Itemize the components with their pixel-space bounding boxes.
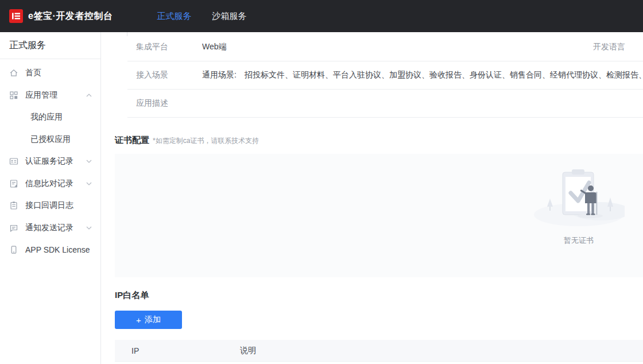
main-content: 集成平台 Web端 开发语言 接入场景 通用场景: 招投标文件、证明材料、平台入… <box>102 32 643 364</box>
empty-certificate-illustration <box>533 164 625 232</box>
sidebar-item-label: 已授权应用 <box>30 134 71 145</box>
detail-label-dev-language: 开发语言 <box>593 42 625 52</box>
chevron-down-icon[interactable] <box>86 160 92 163</box>
top-nav-tabs: 正式服务 沙箱服务 <box>146 0 257 32</box>
sidebar-item-auth-service-records[interactable]: 认证服务记录 <box>0 150 100 173</box>
detail-label: 接入场景 <box>127 70 202 80</box>
app-detail-table: 集成平台 Web端 开发语言 接入场景 通用场景: 招投标文件、证明材料、平台入… <box>127 33 643 118</box>
tab-sandbox-service[interactable]: 沙箱服务 <box>202 0 257 32</box>
cert-empty-text: 暂无证书 <box>533 235 625 246</box>
home-icon <box>9 68 18 78</box>
sidebar-item-label: 接口回调日志 <box>25 200 73 211</box>
clipboard-icon <box>9 201 18 210</box>
sidebar-item-label: 我的应用 <box>30 112 63 122</box>
ip-table-header: IP 说明 <box>115 340 643 362</box>
sidebar-item-authorized-apps[interactable]: 已授权应用 <box>0 129 100 151</box>
plus-icon: + <box>136 315 141 325</box>
sidebar: 正式服务 首页 应用管理 我的应用 <box>0 32 101 364</box>
detail-value: Web端 <box>202 42 227 52</box>
cert-section-title: 证书配置 <box>115 135 149 145</box>
tab-production-service[interactable]: 正式服务 <box>146 0 202 32</box>
brand-title: e签宝·开发者控制台 <box>28 10 113 22</box>
sidebar-item-label: 认证服务记录 <box>25 156 73 166</box>
sidebar-item-app-management[interactable]: 应用管理 <box>0 84 100 107</box>
cert-section-header: 证书配置*如需定制ca证书，请联系技术支持 <box>115 135 643 146</box>
sidebar-item-label: 信息比对记录 <box>25 179 73 189</box>
sidebar-item-my-apps[interactable]: 我的应用 <box>0 106 100 129</box>
cert-empty-state: 暂无证书 <box>533 164 625 246</box>
top-navbar: e签宝·开发者控制台 正式服务 沙箱服务 <box>0 0 643 32</box>
id-card-icon <box>9 157 18 166</box>
add-ip-button[interactable]: + 添加 <box>115 311 182 329</box>
sidebar-title: 正式服务 <box>0 32 100 59</box>
sidebar-item-app-sdk-license[interactable]: APP SDK License <box>0 239 100 261</box>
sidebar-item-notification-records[interactable]: 通知发送记录 <box>0 217 100 239</box>
sidebar-item-info-compare-records[interactable]: 信息比对记录 <box>0 173 100 195</box>
sidebar-item-callback-logs[interactable]: 接口回调日志 <box>0 195 100 217</box>
chevron-up-icon[interactable] <box>86 94 92 97</box>
add-ip-button-label: 添加 <box>145 315 161 325</box>
ip-whitelist-title: IP白名单 <box>115 290 643 301</box>
cert-section-hint: *如需定制ca证书，请联系技术支持 <box>153 137 259 145</box>
detail-row-description: 应用描述 <box>127 90 643 118</box>
phone-icon <box>9 245 18 254</box>
sidebar-item-label: 通知发送记录 <box>25 223 73 233</box>
esign-logo-icon <box>9 9 23 23</box>
detail-row-scene: 接入场景 通用场景: 招投标文件、证明材料、平台入驻协议、加盟协议、验收报告、身… <box>127 61 643 90</box>
detail-label: 集成平台 <box>127 42 202 52</box>
apps-icon <box>9 91 18 100</box>
detail-value: 通用场景: 招投标文件、证明材料、平台入驻协议、加盟协议、验收报告、身份认证、销… <box>202 70 643 80</box>
message-icon <box>9 223 18 233</box>
description-column-header: 说明 <box>224 346 256 356</box>
chevron-down-icon[interactable] <box>86 182 92 185</box>
sidebar-item-label: 应用管理 <box>25 90 57 100</box>
detail-row-platform: 集成平台 Web端 开发语言 <box>127 33 643 61</box>
sidebar-item-home[interactable]: 首页 <box>0 62 100 84</box>
ip-column-header: IP <box>115 346 224 355</box>
cert-empty-panel: 暂无证书 <box>115 154 643 277</box>
detail-label: 应用描述 <box>127 98 202 109</box>
sidebar-item-label: 首页 <box>25 68 41 78</box>
sidebar-item-label: APP SDK License <box>25 245 90 254</box>
doc-compare-icon <box>9 179 18 188</box>
sidebar-menu: 首页 应用管理 我的应用 已授权应用 <box>0 59 100 261</box>
chevron-down-icon[interactable] <box>86 226 92 230</box>
